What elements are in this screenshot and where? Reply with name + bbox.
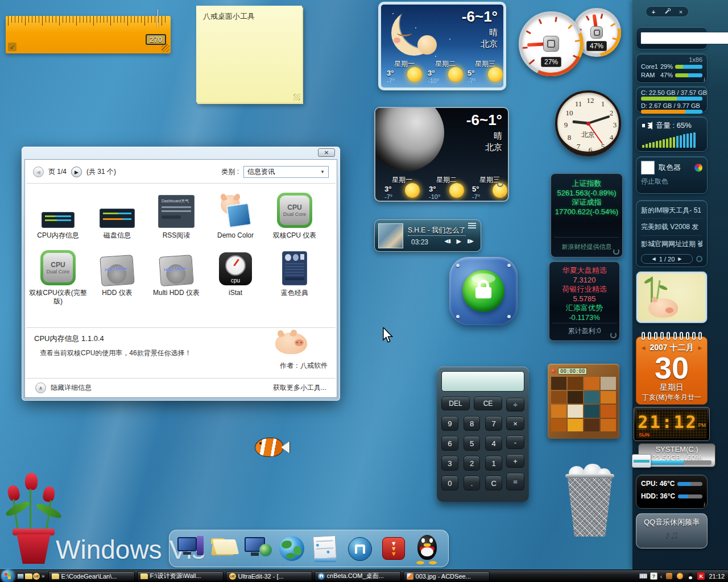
options-wrench-icon[interactable] xyxy=(665,10,669,14)
refresh-icon[interactable] xyxy=(696,256,702,262)
weather-widget-day[interactable]: -6~1° 晴 北京 星期一 3° -7° 星期二 3° -10° 星期三 5°… xyxy=(378,2,506,90)
calc-key-7[interactable]: 7 xyxy=(485,416,502,431)
quicklaunch-ultraedit-icon[interactable]: UE xyxy=(32,572,40,580)
gadget-item[interactable]: 蓝色经典 xyxy=(265,249,324,306)
volume-bars[interactable] xyxy=(639,132,705,148)
gadget-item[interactable]: cpu iStat xyxy=(206,249,265,306)
puzzle-game-widget[interactable]: 00:00:00 xyxy=(548,364,619,439)
help-tray-icon[interactable]: ? xyxy=(650,572,657,580)
weather-widget-night[interactable]: -6~1° 晴 北京 星期一 3° -7° 星期二 3° -10° 星期三 5°… xyxy=(374,107,509,202)
calc-plus-button[interactable]: + xyxy=(506,454,524,468)
news-headline[interactable]: 影城官网网址过期 被 xyxy=(641,236,702,252)
calc-key-1[interactable]: 1 xyxy=(485,456,502,471)
info-icon[interactable]: i xyxy=(499,80,501,87)
add-gadget-button[interactable]: + xyxy=(652,9,655,15)
taskbar-task-codegear[interactable]: E:\CodeGear\Lan\... xyxy=(48,571,135,581)
temperature-widget[interactable]: CPU: 46°C HDD: 36°C i xyxy=(636,475,708,509)
calc-divide-button[interactable]: ÷ xyxy=(506,398,524,411)
playlist-icon[interactable] xyxy=(468,223,476,229)
news-next-button[interactable]: ▶ xyxy=(678,256,681,261)
gadget-item[interactable]: CPU Dual Core 双核CPU 仪表 xyxy=(265,192,324,240)
gadget-item[interactable]: Demo Color xyxy=(206,192,265,240)
color-wheel-icon[interactable] xyxy=(694,164,702,172)
recycle-bin[interactable] xyxy=(561,466,619,539)
hide-details-button[interactable]: ∧ xyxy=(35,383,46,393)
cpu-gauge-widget[interactable]: 27% xyxy=(519,11,584,76)
tray-collapse-chevron[interactable]: ‹ xyxy=(660,573,663,580)
calc-ce-button[interactable]: CE xyxy=(474,397,502,410)
calc-key-dot[interactable]: . xyxy=(464,476,481,490)
calc-key-6[interactable]: 6 xyxy=(441,436,458,451)
folder-icon[interactable] xyxy=(210,533,239,564)
calc-key-2[interactable]: 2 xyxy=(464,456,481,471)
quicklaunch-expand-chevron[interactable]: » xyxy=(42,573,45,579)
qq-icon[interactable] xyxy=(412,533,441,564)
category-dropdown[interactable]: 信息资讯 ▼ xyxy=(243,166,329,178)
gadget-item[interactable]: Dashboard天气 RSS阅读 xyxy=(147,192,206,240)
calendar-widget[interactable]: ◀ 2007 十二月 ▶ 30 星期日 丁亥(猪)年冬月廿一 xyxy=(636,336,708,405)
my-computer-icon[interactable] xyxy=(176,533,206,564)
fund-widget[interactable]: 华夏大盘精选 7.3120 荷银行业精选 5.5785 汇添富优势 -0.117… xyxy=(549,261,620,341)
control-panel-icon[interactable] xyxy=(311,533,341,564)
taskbar-task-ultraedit[interactable]: UE UltraEdit-32 - [... xyxy=(226,571,312,581)
taskbar-task-cnbeta[interactable]: cnBeta.COM_桌面... xyxy=(315,571,401,581)
calc-multiply-button[interactable]: × xyxy=(506,417,524,430)
next-button[interactable]: ▮▶ xyxy=(467,238,474,244)
note-resize-grip[interactable] xyxy=(293,94,300,101)
prev-page-button[interactable]: ◀ xyxy=(33,167,44,177)
info-icon[interactable]: i xyxy=(704,501,705,508)
gadget-item[interactable]: CPU Dual Core 双核CPU仪表(完整版) xyxy=(28,249,88,306)
puzzle-record-dot[interactable] xyxy=(551,369,556,373)
calc-key-3[interactable]: 3 xyxy=(441,456,458,471)
calendar-prev-month[interactable]: ◀ xyxy=(642,345,646,351)
kaspersky-tray-icon[interactable]: K xyxy=(697,572,705,580)
ruler-widget[interactable]: 270 ↙ xyxy=(6,16,171,53)
calc-key-8[interactable]: 8 xyxy=(464,416,481,431)
taskbar-task-design-folder[interactable]: F:\设计资源\Wall... xyxy=(137,571,224,581)
ruler-resize-grip[interactable] xyxy=(162,44,169,52)
tray-app-icon-bag[interactable] xyxy=(665,572,673,580)
system-drive-widget[interactable]: SYSTEM(C:) 22.50GB / 60% xyxy=(638,443,715,467)
stop-picking-link[interactable]: 停止取色 xyxy=(641,177,702,186)
refresh-icon[interactable] xyxy=(610,332,617,338)
calc-del-button[interactable]: DEL xyxy=(441,397,470,410)
security-lock-widget[interactable] xyxy=(449,257,518,325)
analog-clock-widget[interactable]: 121 23 45 67 89 1011 北京 xyxy=(555,90,621,156)
qq-tray-icon[interactable] xyxy=(686,572,694,580)
calc-key-4[interactable]: 4 xyxy=(485,436,502,451)
news-headline[interactable]: 新的IM聊天工具- 51 xyxy=(641,203,702,219)
gadget-item[interactable]: HDD Meter HDD 仪表 xyxy=(88,249,147,306)
color-picker-widget[interactable]: 取色器 停止取色 xyxy=(636,156,708,194)
taskbar-task-acdsee[interactable]: 003.jpg - ACDSee... xyxy=(403,571,490,581)
calc-key-0[interactable]: 0 xyxy=(441,476,458,490)
gadget-item[interactable]: HDD Meter Multi HDD 仪表 xyxy=(147,249,206,306)
refresh-icon[interactable] xyxy=(613,248,619,255)
maxthon-icon[interactable] xyxy=(345,533,374,564)
gadget-item[interactable]: CPU内存信息 xyxy=(28,192,88,240)
track-title[interactable]: S.H.E - 我们怎么了 xyxy=(408,226,466,236)
calendar-next-month[interactable]: ▶ xyxy=(698,345,702,351)
sticky-note-text[interactable]: 八戒桌面小工具 xyxy=(196,6,302,27)
music-player-widget[interactable]: S.H.E - 我们怎么了 03:23 ◀▮ ▶ ▮▶ xyxy=(374,219,481,252)
qq-music-widget[interactable]: QQ音乐休闲频率 ♪♫ xyxy=(636,513,708,548)
calc-key-5[interactable]: 5 xyxy=(464,436,481,451)
dialog-close-button[interactable]: ✕ xyxy=(318,148,335,157)
keyboard-tray-icon[interactable] xyxy=(639,572,647,580)
color-swatch[interactable] xyxy=(641,161,655,174)
calc-minus-button[interactable]: - xyxy=(506,435,524,449)
gadget-item[interactable]: 磁盘信息 xyxy=(88,192,147,240)
calc-key-9[interactable]: 9 xyxy=(441,416,458,431)
display-settings-icon[interactable] xyxy=(243,533,273,564)
quicklaunch-folder-icon[interactable] xyxy=(24,572,32,580)
news-headline[interactable]: 完美卸载 V2008 发 xyxy=(641,219,702,236)
refresh-icon[interactable] xyxy=(497,181,503,187)
picture-frame-widget[interactable] xyxy=(636,271,708,323)
disk-usage-widget[interactable]: C: 22.50 GB / 37.57 GB D: 2.67 GB / 9.77… xyxy=(636,86,708,113)
news-prev-button[interactable]: ◀ xyxy=(652,256,656,261)
info-icon[interactable]: i xyxy=(704,76,705,82)
quicklaunch-app-icon[interactable] xyxy=(16,572,24,580)
puzzle-tiles[interactable] xyxy=(551,377,616,431)
start-button[interactable] xyxy=(1,569,15,582)
play-button[interactable]: ▶ xyxy=(457,238,461,245)
calculator-widget[interactable]: DEL CE 9 8 7 6 5 4 3 2 1 0 . C xyxy=(437,367,529,502)
